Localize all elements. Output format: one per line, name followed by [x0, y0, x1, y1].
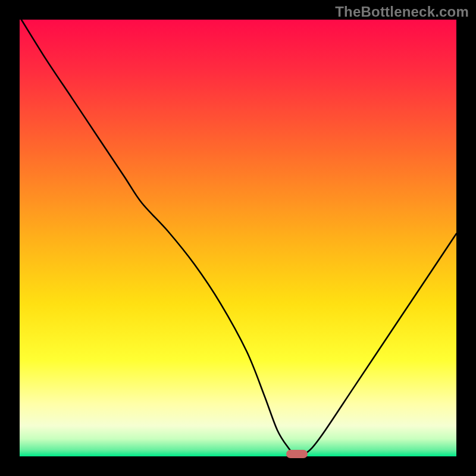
bottleneck-chart: [20, 20, 456, 456]
chart-gradient-background: [20, 20, 456, 456]
watermark-text: TheBottleneck.com: [335, 4, 469, 20]
optimal-marker-pill: [286, 450, 308, 458]
chart-svg: [20, 20, 456, 456]
